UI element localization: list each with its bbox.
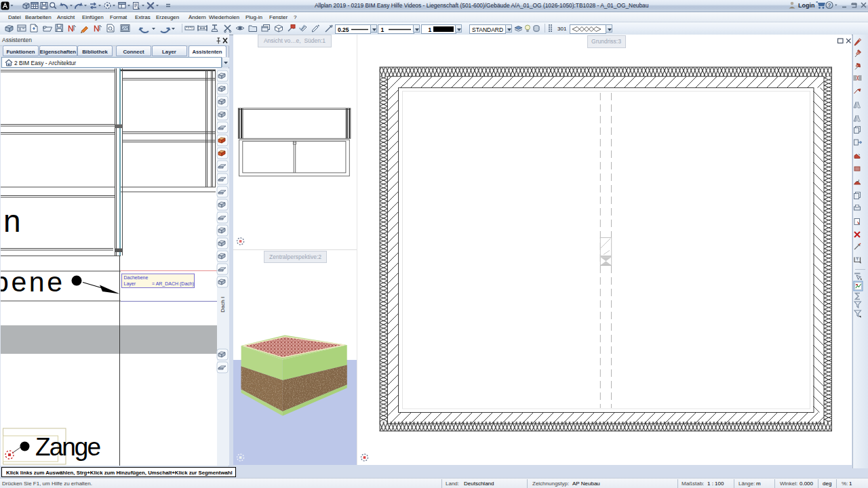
svg-text:= AR_DACH (Dach): = AR_DACH (Dach)	[152, 281, 194, 287]
svg-text:Zange: Zange	[35, 433, 101, 461]
svg-text:n: n	[3, 203, 21, 239]
svg-text:Dach I: Dach I	[220, 297, 226, 312]
svg-text:Layer: Layer	[124, 281, 136, 287]
svg-text:Dachebene: Dachebene	[124, 275, 149, 280]
svg-text:?: ?	[827, 2, 831, 9]
